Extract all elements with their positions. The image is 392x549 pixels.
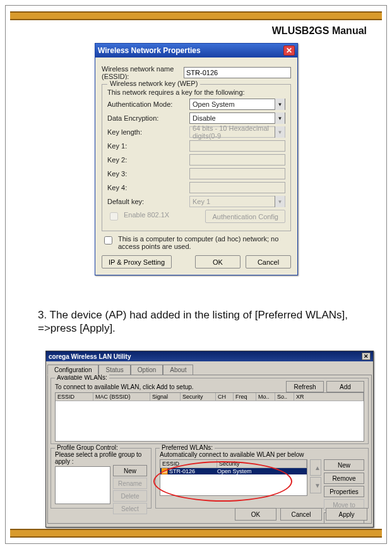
ip-proxy-setting-button[interactable]: IP & Proxy Setting — [102, 255, 172, 268]
key1-input — [189, 140, 285, 152]
enable-8021x-checkbox: Enable 802.1X — [107, 211, 169, 222]
profile-delete-button: Delete — [113, 490, 147, 502]
key2-input — [189, 154, 285, 166]
pref-row-essid: STR-0126 — [168, 468, 217, 474]
chevron-down-icon: ▼ — [275, 99, 285, 110]
dialog2-cancel-button[interactable]: Cancel — [280, 508, 322, 521]
key-length-select: 64 bits - 10 Hexadecimal digits(0-9 ▼ — [189, 126, 285, 138]
data-encryption-select[interactable]: Disable ▼ — [189, 112, 285, 124]
col-mo[interactable]: Mo.. — [256, 393, 275, 401]
col-security[interactable]: Security — [181, 393, 216, 401]
data-encryption-label: Data Encryption: — [107, 114, 189, 122]
key2-label: Key 2: — [107, 156, 189, 164]
available-wlans-list[interactable]: ESSID MAC (BSSID) Signal Security CH Fre… — [55, 392, 364, 442]
profile-group-control: Profile Group Control: Please select a p… — [50, 448, 151, 509]
ok-button[interactable]: OK — [195, 255, 241, 268]
authentication-config-button: Authentication Config — [205, 210, 285, 223]
col-freq[interactable]: Freq — [234, 393, 256, 401]
add-button[interactable]: Add — [326, 381, 364, 392]
enable-8021x-input — [110, 212, 118, 220]
col-ch[interactable]: CH — [216, 393, 234, 401]
key1-label: Key 1: — [107, 142, 189, 150]
pref-properties-button[interactable]: Properties — [324, 486, 364, 497]
move-down-button: ▼ — [310, 477, 321, 493]
adhoc-checkbox[interactable] — [104, 236, 112, 244]
col-mac[interactable]: MAC (BSSID) — [93, 393, 150, 401]
dialog2-apply-button[interactable]: Apply — [326, 508, 367, 521]
default-key-label: Default key: — [107, 198, 189, 205]
chevron-down-icon: ▼ — [275, 112, 285, 124]
essid-input[interactable] — [184, 67, 291, 78]
wep-group-desc: This network requires a key for the foll… — [107, 88, 285, 96]
pref-remove-button[interactable]: Remove — [324, 473, 364, 484]
manual-title: WLUSB2GS Manual — [272, 25, 367, 37]
corega-wireless-lan-utility-dialog: corega Wireless LAN Utility ✕ Configurat… — [45, 351, 374, 528]
dialog2-title: corega Wireless LAN Utility — [49, 353, 362, 360]
preferred-wlans-list[interactable]: ESSID Security 📶 STR-0126 Open System — [160, 459, 307, 496]
col-essid[interactable]: ESSID — [56, 393, 93, 401]
move-up-button: ▲ — [310, 459, 321, 476]
auth-mode-value: Open System — [190, 100, 275, 108]
key4-input — [189, 182, 285, 193]
key3-label: Key 3: — [107, 170, 189, 178]
wireless-network-properties-dialog: Wireless Network Properties ✕ Wireless n… — [95, 43, 298, 275]
tab-about[interactable]: About — [163, 365, 193, 375]
dialog2-ok-button[interactable]: OK — [235, 508, 276, 521]
data-encryption-value: Disable — [190, 114, 275, 122]
close-icon[interactable]: ✕ — [362, 353, 371, 360]
antenna-icon: 📶 — [160, 468, 168, 474]
refresh-button[interactable]: Refresh — [286, 381, 324, 392]
available-wlans-group: Available WLANs: To connect to available… — [50, 378, 369, 444]
auth-mode-select[interactable]: Open System ▼ — [189, 99, 285, 110]
profile-group-listbox[interactable] — [55, 466, 110, 504]
available-wlans-desc: To connect to available WLAN, click Add … — [55, 383, 194, 390]
pref-row-security: Open System — [217, 468, 307, 474]
key3-input — [189, 168, 285, 179]
pref-new-button[interactable]: New — [324, 459, 364, 471]
cancel-button[interactable]: Cancel — [246, 255, 291, 268]
essid-label: Wireless network name (ESSID): — [102, 65, 184, 80]
default-key-select: Key 1 ▼ — [189, 196, 285, 207]
tab-option[interactable]: Option — [131, 365, 163, 375]
close-icon[interactable]: ✕ — [283, 45, 295, 56]
instruction-step-3: 3. The device (AP) had added in the list… — [38, 308, 354, 335]
key-length-label: Key length: — [107, 128, 189, 136]
preferred-wlans-legend: Preferred WLANs: — [160, 444, 215, 451]
profile-select-button: Select — [113, 503, 147, 514]
dialog-title: Wireless Network Properties — [98, 46, 283, 55]
preferred-wlan-row[interactable]: 📶 STR-0126 Open System — [160, 468, 307, 474]
profile-new-button[interactable]: New — [113, 465, 147, 476]
profile-group-desc: Please select a profile group to apply : — [55, 451, 147, 465]
col-xr[interactable]: XR — [294, 393, 364, 401]
preferred-wlans-group: Preferred WLANs: Automatically connect t… — [155, 448, 369, 509]
col-signal[interactable]: Signal — [150, 393, 181, 401]
preferred-wlans-desc: Automatically connect to available WLAN … — [160, 451, 364, 458]
tab-configuration[interactable]: Configuration — [47, 365, 98, 375]
pref-col-security[interactable]: Security — [217, 460, 307, 468]
adhoc-label: This is a computer to computer (ad hoc) … — [118, 235, 291, 250]
default-key-value: Key 1 — [190, 198, 275, 205]
enable-8021x-label: Enable 802.1X — [124, 211, 169, 219]
key-length-value: 64 bits - 10 Hexadecimal digits(0-9 — [190, 124, 275, 140]
col-so[interactable]: So.. — [275, 393, 294, 401]
profile-group-legend: Profile Group Control: — [55, 444, 120, 451]
auth-mode-label: Authentication Mode: — [107, 100, 189, 108]
pref-col-essid[interactable]: ESSID — [160, 460, 217, 468]
profile-rename-button: Rename — [113, 478, 147, 489]
wep-group-legend: Wireless network key (WEP) — [107, 80, 200, 87]
dialog-titlebar: Wireless Network Properties ✕ — [95, 44, 297, 57]
key4-label: Key 4: — [107, 184, 189, 191]
chevron-down-icon: ▼ — [275, 126, 285, 138]
dialog2-titlebar: corega Wireless LAN Utility ✕ — [46, 351, 373, 361]
chevron-down-icon: ▼ — [275, 196, 285, 207]
